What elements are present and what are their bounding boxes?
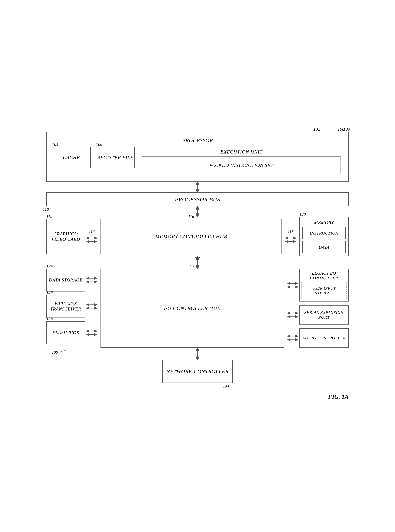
ref-109: 109 xyxy=(343,127,350,132)
arrow-mch-to-memory xyxy=(285,235,296,244)
cache-box: CACHE xyxy=(52,147,91,168)
memory-label: MEMORY xyxy=(302,220,346,225)
ref-120: 120 xyxy=(299,212,306,217)
legacy-io-label: LEGACY I/O CONTROLLER xyxy=(302,271,346,280)
ref-118: 118 xyxy=(288,229,294,234)
wireless-transceiver-box: WIRELESS TRANSCEIVER xyxy=(46,295,85,318)
data-box: DATA xyxy=(302,241,346,253)
ref-112: 112 xyxy=(46,214,52,219)
arrow-processor-to-bus xyxy=(191,182,204,192)
arrow-wireless-to-ioh xyxy=(87,302,97,311)
ref-128: 128 xyxy=(46,316,53,321)
serial-expansion-port-box: SERIAL EXPANSION PORT xyxy=(299,305,349,325)
user-input-interface-box: USER INPUT INTERFACE xyxy=(302,282,346,299)
ref-104: 104 xyxy=(52,142,58,147)
arrow-ioh-to-audio xyxy=(287,333,298,342)
register-file-box: REGISTER FILE xyxy=(96,147,135,168)
ref-126: 126 xyxy=(46,290,53,295)
network-controller-box: NETWORK CONTROLLER xyxy=(162,360,233,383)
memory-controller-hub-box: MEMORY CONTROLLER HUB xyxy=(100,219,282,254)
figure-label: FIG. 1A xyxy=(46,393,349,400)
ref-122: 122 xyxy=(194,256,200,261)
svg-line-41 xyxy=(59,350,66,352)
processor-bus-box: PROCESSOR BUS xyxy=(46,192,349,206)
ref-100: 100 xyxy=(52,349,66,355)
graphics-video-card-box: GRAPHICS/ VIDEO CARD xyxy=(46,219,85,254)
arrow-ioh-to-legacy xyxy=(287,281,298,289)
packed-instruction-set-box: PACKED INSTRUCTION SET xyxy=(142,156,341,174)
ref-124: 124 xyxy=(46,264,53,268)
arrow-graphics-to-mch xyxy=(87,235,97,244)
arrow-ioh-to-serial xyxy=(287,310,298,319)
ref-106: 106 xyxy=(96,142,102,147)
diagram: 102 108 109 PROCESSOR 104 CACHE 106 REGI… xyxy=(39,121,356,411)
execution-unit-label: EXECUTION UNIT xyxy=(142,149,341,155)
data-storage-box: DATA STORAGE xyxy=(46,269,85,292)
flash-bios-box: FLASH BIOS xyxy=(46,321,85,344)
ref-134: 134 xyxy=(223,384,229,388)
ref-102: 102 xyxy=(313,127,320,132)
arrow-ioh-to-nc xyxy=(191,348,204,360)
legacy-io-box: LEGACY I/O CONTROLLER USER INPUT INTERFA… xyxy=(299,269,349,301)
arrow-flash-to-ioh xyxy=(87,328,97,337)
ref-114: 114 xyxy=(89,229,95,234)
processor-label: PROCESSOR xyxy=(52,138,343,144)
ref-110: 110 xyxy=(43,207,49,212)
instruction-box: INSTRUCTION xyxy=(302,227,346,239)
ref-116: 116 xyxy=(188,214,194,219)
ref-130: 130 xyxy=(189,264,195,268)
io-controller-hub-box: I/O CONTROLLER HUB xyxy=(100,269,284,348)
audio-controller-box: AUDIO CONTROLLER xyxy=(299,328,349,348)
arrow-data-storage-to-ioh xyxy=(87,276,97,284)
memory-box: MEMORY INSTRUCTION DATA xyxy=(299,217,349,256)
